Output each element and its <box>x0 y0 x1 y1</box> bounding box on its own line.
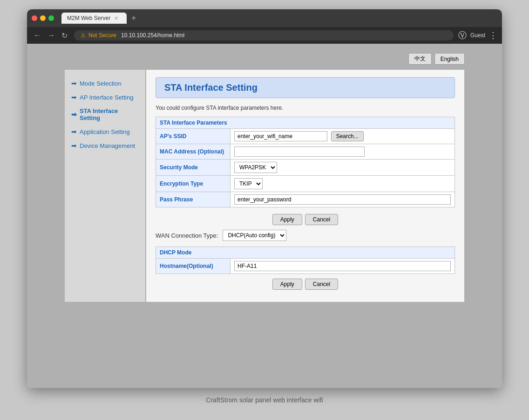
arrow-icon-device: ➡ <box>71 142 77 149</box>
insecure-icon: ⚠ <box>81 32 86 39</box>
table-row-passphrase: Pass Phrase <box>156 192 455 207</box>
wan-row: WAN Connection Type: DHCP(Auto config) S… <box>156 230 455 241</box>
dhcp-header-cell: DHCP Mode <box>156 247 455 259</box>
url-display: 10.10.100.254/home.html <box>121 32 184 39</box>
sidebar-label-device: Device Management <box>80 142 135 149</box>
tab-title: M2M Web Server <box>67 15 110 21</box>
label-passphrase: Pass Phrase <box>156 192 231 207</box>
arrow-icon-mode: ➡ <box>71 80 77 87</box>
cell-passphrase <box>231 192 455 207</box>
select-encryption-type[interactable]: TKIP AES <box>234 178 263 189</box>
sidebar-item-mode-selection[interactable]: ➡ Mode Selection <box>65 76 145 90</box>
traffic-lights <box>32 15 54 21</box>
sidebar-item-application[interactable]: ➡ Application Setting <box>65 125 145 139</box>
cancel-button-2[interactable]: Cancel <box>305 279 338 290</box>
security-label: Not Secure <box>88 32 116 39</box>
label-hostname: Hostname(Optional) <box>156 259 231 274</box>
tab-close-icon[interactable]: ✕ <box>114 15 118 21</box>
minimize-button[interactable] <box>40 15 46 21</box>
active-tab[interactable]: M2M Web Server ✕ <box>61 13 127 24</box>
input-mac[interactable] <box>234 147 365 157</box>
wan-label: WAN Connection Type: <box>156 232 218 239</box>
page-title: STA Interface Setting <box>164 82 258 93</box>
table-header-row: STA Interface Parameters <box>156 117 455 129</box>
sidebar: ➡ Mode Selection ➡ AP Interface Setting … <box>64 69 146 302</box>
sidebar-item-ap-interface[interactable]: ➡ AP Interface Setting <box>65 90 145 104</box>
cell-security: WPA2PSK WPA WEP None <box>231 160 455 176</box>
apply-button-1[interactable]: Apply <box>272 214 302 225</box>
table-row-mac: MAC Address (Optional) <box>156 144 455 160</box>
nav-buttons: ← → ↻ <box>32 30 69 41</box>
new-tab-button[interactable]: + <box>129 13 139 23</box>
sta-params-table: STA Interface Parameters AP's SSID Searc… <box>156 117 455 207</box>
maximize-button[interactable] <box>48 15 54 21</box>
cell-encryption: TKIP AES <box>231 176 455 192</box>
label-security: Security Mode <box>156 160 231 176</box>
forward-button[interactable]: → <box>46 30 57 40</box>
action-row-1: Apply Cancel <box>156 214 455 225</box>
search-button[interactable]: Search... <box>331 131 364 141</box>
more-options-icon[interactable]: ⋮ <box>489 30 497 40</box>
sidebar-item-sta-interface[interactable]: ➡ STA Interface Setting <box>65 104 145 125</box>
titlebar: M2M Web Server ✕ + <box>27 9 502 27</box>
page-content: 中文 English ➡ Mode Selection ➡ AP Interfa… <box>27 44 502 388</box>
dhcp-table: DHCP Mode Hostname(Optional) <box>156 247 455 274</box>
label-mac: MAC Address (Optional) <box>156 144 231 160</box>
table-row-security: Security Mode WPA2PSK WPA WEP None <box>156 160 455 176</box>
label-encryption: Encryption Type <box>156 176 231 192</box>
addressbar: ← → ↻ ⚠ Not Secure 10.10.100.254/home.ht… <box>27 27 502 44</box>
sidebar-label-ap-interface: AP Interface Setting <box>80 94 133 101</box>
sidebar-label-application: Application Setting <box>80 128 130 135</box>
content-area: STA Interface Setting You could configur… <box>146 69 465 302</box>
page-title-box: STA Interface Setting <box>156 77 455 98</box>
dhcp-header-row: DHCP Mode <box>156 247 455 259</box>
table-header-cell: STA Interface Parameters <box>156 117 455 129</box>
cancel-button-1[interactable]: Cancel <box>305 214 338 225</box>
page-description: You could configure STA interface parame… <box>156 105 455 111</box>
lang-bar: 中文 English <box>64 53 465 65</box>
caption: CraftStrom solar panel web interface wif… <box>206 396 323 404</box>
arrow-icon-sta: ➡ <box>71 111 77 118</box>
profile-icon: Ⓥ <box>458 30 467 41</box>
cell-hostname <box>231 259 455 274</box>
cell-mac <box>231 144 455 160</box>
main-container: ➡ Mode Selection ➡ AP Interface Setting … <box>64 69 465 302</box>
profile-label: Guest <box>470 32 485 39</box>
input-passphrase[interactable] <box>234 194 451 205</box>
browser-window: M2M Web Server ✕ + ← → ↻ ⚠ Not Secure 10… <box>27 9 502 388</box>
table-row-encryption: Encryption Type TKIP AES <box>156 176 455 192</box>
action-row-2: Apply Cancel <box>156 279 455 290</box>
input-hostname[interactable] <box>234 261 451 271</box>
close-button[interactable] <box>32 15 37 21</box>
sidebar-label-mode-selection: Mode Selection <box>80 80 122 87</box>
cell-ssid: Search... <box>231 129 455 144</box>
arrow-icon-app: ➡ <box>71 128 77 135</box>
input-ssid[interactable] <box>234 131 327 141</box>
wan-connection-select[interactable]: DHCP(Auto config) Static IP <box>223 230 286 241</box>
arrow-icon-ap: ➡ <box>71 93 77 101</box>
tab-bar: M2M Web Server ✕ + <box>61 13 497 24</box>
profile-area: Ⓥ Guest ⋮ <box>458 30 497 41</box>
sidebar-label-sta-interface: STA Interface Setting <box>80 107 139 121</box>
reload-button[interactable]: ↻ <box>60 30 69 41</box>
address-bar[interactable]: ⚠ Not Secure 10.10.100.254/home.html <box>74 30 454 40</box>
lang-chinese-button[interactable]: 中文 <box>408 53 432 65</box>
back-button[interactable]: ← <box>32 30 43 40</box>
label-ssid: AP's SSID <box>156 129 231 144</box>
apply-button-2[interactable]: Apply <box>272 279 302 290</box>
select-security-mode[interactable]: WPA2PSK WPA WEP None <box>234 162 277 173</box>
table-row-hostname: Hostname(Optional) <box>156 259 455 274</box>
table-row-ssid: AP's SSID Search... <box>156 129 455 144</box>
sidebar-item-device[interactable]: ➡ Device Management <box>65 139 145 153</box>
lang-english-button[interactable]: English <box>434 53 465 65</box>
